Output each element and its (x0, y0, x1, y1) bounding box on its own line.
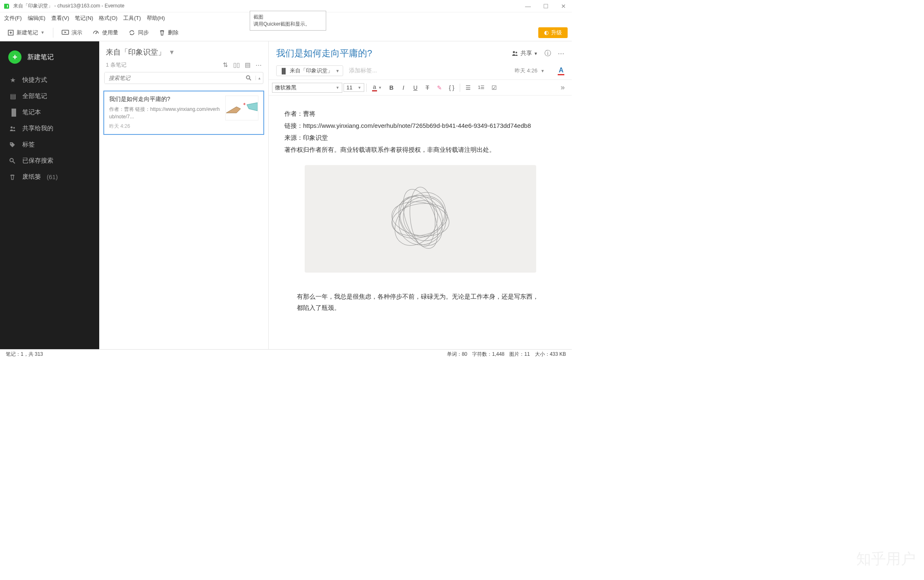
svg-point-18 (516, 52, 517, 53)
people-icon (9, 126, 17, 132)
modified-time[interactable]: 昨天 4:26 ▼ (515, 67, 544, 74)
usage-button[interactable]: 使用量 (89, 27, 122, 38)
paragraph: 作者：曹将 (284, 108, 556, 119)
font-color-button[interactable]: a ▼ (369, 82, 385, 93)
sidebar-item-shared[interactable]: 共享给我的 (0, 120, 99, 137)
present-icon (62, 29, 69, 36)
menu-edit[interactable]: 编辑(E) (28, 14, 45, 22)
font-family-select[interactable]: 微软雅黑 ▼ (272, 83, 342, 93)
note-content[interactable]: 作者：曹将 链接：https://www.yinxiang.com/everhu… (269, 96, 572, 349)
note-list-title[interactable]: 来自「印象识堂」 ▾ (106, 47, 262, 57)
paragraph: 来源：印象识堂 (284, 132, 556, 143)
italic-button[interactable]: I (398, 83, 409, 93)
text-color-button[interactable]: A (558, 67, 564, 75)
close-button[interactable]: ✕ (559, 3, 568, 10)
paragraph: 有那么一年，我总是很焦虑，各种停步不前，碌碌无为。无论是工作本身，还是写东西，都… (284, 283, 556, 313)
svg-line-13 (13, 161, 15, 163)
chevron-down-icon: ▼ (541, 69, 545, 73)
expand-search-icon[interactable]: ▴ (255, 76, 263, 80)
chevron-down-icon: ▼ (534, 51, 538, 56)
notebook-selector[interactable]: ▐▌ 来自「印象识堂」 ▼ (276, 65, 343, 76)
paragraph: 著作权归作者所有。商业转载请联系作者获得授权，非商业转载请注明出处。 (284, 144, 556, 155)
svg-marker-4 (64, 31, 67, 33)
sidebar-item-saved-search[interactable]: 已保存搜索 (0, 153, 99, 169)
note-list-subheader: 1 条笔记 ⇅ ▯▯ ▤ ⋯ (99, 61, 268, 72)
book-icon: ▐▌ (280, 68, 287, 74)
svg-point-10 (13, 127, 15, 129)
note-title[interactable]: 我们是如何走向平庸的? (276, 47, 511, 60)
delete-button[interactable]: 删除 (155, 27, 182, 38)
maximize-button[interactable]: ☐ (541, 3, 551, 10)
search-input[interactable] (105, 72, 242, 84)
svg-point-17 (513, 51, 515, 53)
sidebar-item-label: 全部笔记 (22, 92, 47, 100)
sidebar-item-tags[interactable]: 标签 (0, 137, 99, 153)
status-bar: 笔记：1，共 313 单词：80 字符数：1,448 图片：11 大小：433 … (0, 349, 572, 359)
share-button[interactable]: 共享 ▼ (511, 50, 538, 57)
separator (366, 84, 367, 92)
view-list-icon[interactable]: ▯▯ (233, 61, 240, 69)
font-size-select[interactable]: 11 ▼ (344, 83, 364, 92)
present-button[interactable]: 演示 (58, 27, 86, 38)
sort-icon[interactable]: ⇅ (223, 61, 228, 69)
numbered-list-button[interactable]: 1☰ (475, 83, 488, 92)
trash-icon (9, 174, 17, 180)
highlight-button[interactable]: ✎ (434, 83, 445, 93)
sidebar-item-notebooks[interactable]: ▐▌ 笔记本 (0, 104, 99, 120)
note-card[interactable]: 我们是如何走向平庸的? 作者：曹将 链接：https://www.yinxian… (103, 91, 264, 135)
tooltip-desc: 调用Quicker截图和显示。 (253, 21, 322, 28)
svg-line-15 (249, 79, 251, 80)
svg-point-11 (11, 143, 12, 144)
search-box: ▴ (104, 72, 263, 84)
bullet-list-button[interactable]: ☰ (462, 83, 474, 93)
code-button[interactable]: { } (446, 83, 458, 93)
sidebar-item-trash[interactable]: 废纸篓 (61) (0, 169, 99, 185)
menu-tools[interactable]: 工具(T) (123, 14, 141, 22)
sync-button[interactable]: 同步 (125, 27, 152, 38)
chevron-down-icon: ▼ (336, 86, 339, 90)
main-area: + 新建笔记 ★ 快捷方式 ▤ 全部笔记 ▐▌ 笔记本 共享给我的 标签 已保存… (0, 41, 572, 349)
sidebar-item-label: 标签 (22, 141, 35, 149)
sidebar-new-note-label: 新建笔记 (27, 53, 54, 62)
share-label: 共享 (520, 50, 532, 57)
info-icon[interactable]: ⓘ (544, 49, 551, 58)
usage-label: 使用量 (102, 29, 118, 36)
svg-point-6 (96, 33, 96, 34)
strikethrough-button[interactable]: T (422, 83, 433, 93)
menu-file[interactable]: 文件(F) (4, 14, 22, 22)
status-right: 单词：80 字符数：1,448 图片：11 大小：433 KB (447, 351, 566, 358)
search-icon[interactable] (242, 75, 255, 81)
editor-panel: 我们是如何走向平庸的? 共享 ▼ ⓘ ⋯ ▐▌ 来自「印象识堂」 ▼ 添加标签.… (269, 41, 572, 349)
note-card-thumbnail: ✶ (225, 96, 258, 120)
bold-button[interactable]: B (386, 83, 397, 93)
sidebar-item-shortcut[interactable]: ★ 快捷方式 (0, 72, 99, 88)
checklist-button[interactable]: ☑ (488, 83, 500, 93)
more-icon[interactable]: ⋯ (558, 50, 564, 58)
tag-icon (9, 141, 17, 148)
svg-point-20 (386, 188, 450, 245)
more-icon[interactable]: ⋯ (255, 61, 262, 69)
minimize-button[interactable]: — (523, 3, 533, 10)
upgrade-icon: ◐ (544, 29, 549, 36)
svg-point-26 (391, 187, 451, 249)
upgrade-button[interactable]: ◐ 升级 (538, 27, 568, 38)
sidebar-item-all[interactable]: ▤ 全部笔记 (0, 88, 99, 104)
menu-format[interactable]: 格式(O) (99, 14, 117, 22)
view-card-icon[interactable]: ▤ (245, 61, 251, 69)
note-card-time: 昨天 4:26 (109, 123, 222, 130)
menu-help[interactable]: 帮助(H) (147, 14, 165, 22)
upgrade-label: 升级 (551, 29, 562, 36)
menu-note[interactable]: 笔记(N) (75, 14, 93, 22)
more-formatting-button[interactable]: » (557, 81, 568, 93)
tag-input[interactable]: 添加标签... (349, 67, 377, 74)
plus-icon: + (8, 50, 21, 64)
note-card-snippet: 作者：曹将 链接：https://www.yinxiang.com/everhu… (109, 105, 222, 120)
paragraph: 链接：https://www.yinxiang.com/everhub/note… (284, 120, 556, 131)
menu-view[interactable]: 查看(V) (51, 14, 69, 22)
sidebar: + 新建笔记 ★ 快捷方式 ▤ 全部笔记 ▐▌ 笔记本 共享给我的 标签 已保存… (0, 41, 99, 349)
new-note-button[interactable]: 新建笔记 ▼ (4, 27, 48, 38)
underline-button[interactable]: U (410, 83, 421, 93)
svg-point-9 (11, 126, 13, 128)
sidebar-new-note[interactable]: + 新建笔记 (0, 48, 99, 72)
status-left: 笔记：1，共 313 (6, 351, 43, 358)
